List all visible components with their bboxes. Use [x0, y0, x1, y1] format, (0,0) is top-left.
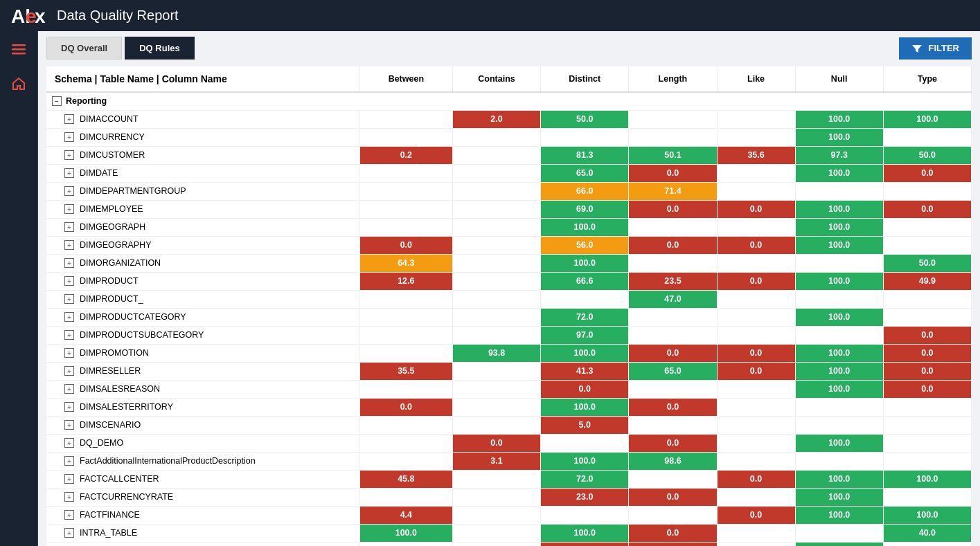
tab-group: DQ Overall DQ Rules [46, 37, 195, 60]
row-expand-icon[interactable]: + [64, 132, 74, 142]
svg-text:x: x [35, 6, 46, 27]
table-row[interactable]: +DIMORGANIZATION64.3100.050.0 [46, 254, 972, 272]
row-expand-icon[interactable]: + [64, 240, 74, 250]
row-expand-icon[interactable]: + [64, 204, 74, 214]
logo: Al e x [11, 5, 46, 27]
row-name: DIMSCENARIO [77, 420, 141, 430]
row-name: DIMPRODUCTCATEGORY [77, 312, 186, 322]
page-title: Data Quality Report [57, 8, 179, 24]
table-row[interactable]: +FACTCURRENCYRATE23.00.0100.0 [46, 488, 972, 506]
row-expand-icon[interactable]: + [64, 438, 74, 448]
row-name: DIMPRODUCTSUBCATEGORY [77, 330, 204, 340]
table-row[interactable]: +DIMDATE65.00.0100.00.0 [46, 164, 972, 182]
col-type: Type [883, 66, 971, 92]
table-row[interactable]: +DIMCUSTOMER0.281.350.135.697.350.0 [46, 146, 972, 164]
table-row[interactable]: +DIMPROMOTION93.8100.00.00.0100.00.0 [46, 344, 972, 362]
filter-button[interactable]: FILTER [899, 37, 972, 60]
row-name: FACTFINANCE [77, 510, 140, 520]
row-expand-icon[interactable]: + [64, 330, 74, 340]
table-row[interactable]: +SENSITIVITY_DATA0.00.0100.0 [46, 542, 972, 546]
row-expand-icon[interactable]: + [64, 222, 74, 232]
row-expand-icon[interactable]: + [64, 528, 74, 538]
row-expand-icon[interactable]: + [64, 510, 74, 520]
table-row[interactable]: +DIMSALESTERRITORY0.0100.00.0 [46, 398, 972, 416]
row-name: DIMGEOGRAPHY [77, 240, 152, 250]
row-name: DIMPROMOTION [77, 348, 149, 358]
row-expand-icon[interactable]: + [64, 294, 74, 304]
data-quality-table: Schema | Table Name | Column Name Betwee… [46, 66, 972, 546]
row-name: DIMGEOGRAPH [77, 222, 145, 232]
table-row[interactable]: +DIMPRODUCT_47.0 [46, 290, 972, 308]
table-row[interactable]: +FACTFINANCE4.40.0100.0100.0 [46, 506, 972, 524]
col-between: Between [359, 66, 452, 92]
table-row[interactable]: +DIMSALESREASON0.0100.00.0 [46, 380, 972, 398]
table-row[interactable]: +DIMPRODUCTCATEGORY72.0100.0 [46, 308, 972, 326]
row-name: DIMCUSTOMER [77, 150, 145, 160]
row-expand-icon[interactable]: + [64, 492, 74, 502]
table-row[interactable]: +DIMACCOUNT2.050.0100.0100.0 [46, 110, 972, 128]
row-expand-icon[interactable]: + [64, 150, 74, 160]
sidebar-icon-menu[interactable] [6, 37, 31, 62]
table-row[interactable]: +DIMEMPLOYEE69.00.00.0100.00.0 [46, 200, 972, 218]
row-name: DIMORGANIZATION [77, 258, 161, 268]
col-distinct: Distinct [541, 66, 629, 92]
table-row[interactable]: +DIMPRODUCT12.666.623.50.0100.049.9 [46, 272, 972, 290]
svg-rect-3 [12, 44, 26, 46]
table-row[interactable]: +DIMPRODUCTSUBCATEGORY97.00.0 [46, 326, 972, 344]
table-row[interactable]: +FACTCALLCENTER45.872.00.0100.0100.0 [46, 470, 972, 488]
tab-dq-rules[interactable]: DQ Rules [125, 37, 195, 60]
collapse-icon[interactable]: − [52, 96, 62, 106]
table-row[interactable]: +DIMCURRENCY100.0 [46, 128, 972, 146]
table-row[interactable]: +DIMDEPARTMENTGROUP66.071.4 [46, 182, 972, 200]
row-expand-icon[interactable]: + [64, 186, 74, 196]
row-expand-icon[interactable]: + [64, 456, 74, 466]
table-row[interactable]: +DQ_DEMO0.00.0100.0 [46, 434, 972, 452]
row-expand-icon[interactable]: + [64, 384, 74, 394]
row-name: DIMACCOUNT [77, 114, 139, 124]
row-expand-icon[interactable]: + [64, 420, 74, 430]
table-header-row: Schema | Table Name | Column Name Betwee… [46, 66, 972, 92]
row-name: FACTCALLCENTER [77, 474, 159, 484]
col-null: Null [795, 66, 883, 92]
table-row[interactable]: +DIMGEOGRAPH100.0100.0 [46, 218, 972, 236]
tabs-bar: DQ Overall DQ Rules FILTER [38, 31, 980, 60]
row-name: DIMPRODUCT_ [77, 294, 143, 304]
row-name: FactAdditionalInternationalProductDescri… [77, 456, 256, 466]
col-length: Length [629, 66, 717, 92]
row-name: DIMDATE [77, 168, 118, 178]
row-name: DIMPRODUCT [77, 276, 139, 286]
section-label: Reporting [64, 96, 107, 106]
sidebar-icon-home[interactable] [6, 71, 31, 96]
row-name: DIMRESELLER [77, 366, 141, 376]
table-row[interactable]: +DIMSCENARIO5.0 [46, 416, 972, 434]
row-expand-icon[interactable]: + [64, 258, 74, 268]
table-container[interactable]: Schema | Table Name | Column Name Betwee… [38, 60, 980, 546]
table-row[interactable]: +FactAdditionalInternationalProductDescr… [46, 452, 972, 470]
col-contains: Contains [452, 66, 540, 92]
row-name: DIMEMPLOYEE [77, 204, 143, 214]
row-expand-icon[interactable]: + [64, 312, 74, 322]
main-content: DQ Overall DQ Rules FILTER Schema | Tabl… [38, 31, 980, 546]
row-name: DQ_DEMO [77, 438, 123, 448]
section-row-reporting: −Reporting [46, 92, 972, 110]
col-like: Like [717, 66, 795, 92]
row-expand-icon[interactable]: + [64, 114, 74, 124]
row-name: DIMSALESTERRITORY [77, 402, 173, 412]
row-name: INTRA_TABLE [77, 528, 137, 538]
row-expand-icon[interactable]: + [64, 402, 74, 412]
table-row[interactable]: +DIMGEOGRAPHY0.056.00.00.0100.0 [46, 236, 972, 254]
svg-rect-4 [12, 48, 26, 51]
tab-dq-overall[interactable]: DQ Overall [46, 37, 122, 60]
row-expand-icon[interactable]: + [64, 168, 74, 178]
row-expand-icon[interactable]: + [64, 348, 74, 358]
table-row[interactable]: +INTRA_TABLE100.0100.00.040.0 [46, 524, 972, 542]
header: Al e x Data Quality Report [0, 0, 980, 31]
col-schema: Schema | Table Name | Column Name [46, 66, 359, 92]
svg-rect-5 [12, 53, 26, 55]
row-expand-icon[interactable]: + [64, 474, 74, 484]
table-row[interactable]: +DIMRESELLER35.541.365.00.0100.00.0 [46, 362, 972, 380]
row-expand-icon[interactable]: + [64, 276, 74, 286]
row-expand-icon[interactable]: + [64, 366, 74, 376]
table-body: −Reporting+DIMACCOUNT2.050.0100.0100.0+D… [46, 92, 972, 546]
row-name: DIMCURRENCY [77, 132, 145, 142]
